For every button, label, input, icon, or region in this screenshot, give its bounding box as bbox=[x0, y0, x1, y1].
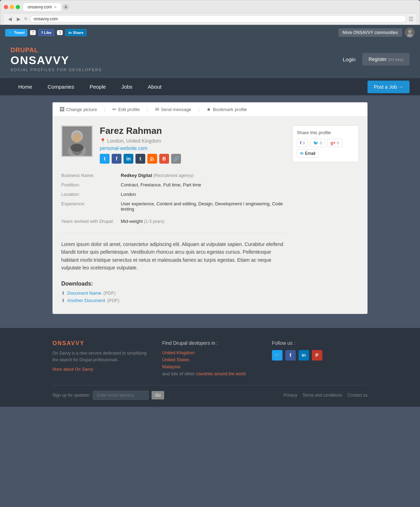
profile-actions: 🖼 Change picture | ✏ Edit profile | ✉ Se… bbox=[52, 102, 368, 117]
download-icon-2: ⬇ bbox=[61, 298, 65, 303]
nav-home[interactable]: Home bbox=[10, 78, 40, 95]
years-worked-value: Mid-weight (1-3 years) bbox=[121, 219, 164, 224]
footer-country-more-link[interactable]: countries around the world bbox=[196, 371, 245, 376]
new-tab-button[interactable]: + bbox=[63, 4, 69, 10]
login-button[interactable]: Login bbox=[338, 54, 360, 65]
back-button[interactable]: ◀ bbox=[7, 15, 13, 22]
follow-linkedin-icon[interactable]: in bbox=[299, 350, 309, 361]
nav-people[interactable]: People bbox=[82, 78, 114, 95]
share-gplus-button[interactable]: g+ 0 bbox=[327, 139, 342, 147]
close-dot[interactable] bbox=[4, 5, 8, 9]
business-name-text: Redkey Digital bbox=[121, 173, 152, 178]
years-worked-row: Years worked with Drupal: Mid-weight (1-… bbox=[61, 217, 285, 226]
profile-body: Farez Rahman 📍 London, United Kingdom pe… bbox=[52, 117, 368, 314]
browser-menu-button[interactable]: ☰ bbox=[408, 16, 413, 22]
linkedin-social-icon[interactable]: in bbox=[124, 154, 133, 164]
separator-3: | bbox=[198, 107, 200, 112]
tweet-icon: 🐦 bbox=[8, 30, 13, 35]
follow-facebook-icon[interactable]: f bbox=[285, 350, 296, 361]
footer-terms-link[interactable]: Terms and conditions bbox=[302, 393, 342, 398]
share-email-button[interactable]: ✉ Email bbox=[297, 149, 318, 158]
refresh-button[interactable]: ↻ bbox=[24, 16, 28, 21]
address-bar[interactable] bbox=[30, 15, 406, 23]
social-icons-row: t f in t B 🔗 bbox=[100, 154, 181, 164]
bookmark-profile-link[interactable]: ★ Bookmark profile bbox=[206, 107, 247, 112]
footer-link-my[interactable]: Malaysia bbox=[162, 364, 258, 369]
like-button[interactable]: f Like bbox=[38, 29, 54, 36]
profile-left: Farez Rahman 📍 London, United Kingdom pe… bbox=[61, 125, 285, 305]
nav-jobs[interactable]: Jobs bbox=[114, 78, 140, 95]
download-link-1[interactable]: Document Name bbox=[67, 290, 102, 296]
footer-links: Privacy Terms and conditions Contact us bbox=[284, 393, 368, 398]
profile-details: Business Name: Redkey Digital (Recruitme… bbox=[61, 171, 285, 214]
nav-about[interactable]: About bbox=[140, 78, 169, 95]
tab-close-icon[interactable]: ✕ bbox=[54, 5, 57, 9]
profile-card: 🖼 Change picture | ✏ Edit profile | ✉ Se… bbox=[52, 102, 368, 314]
facebook-social-icon[interactable]: f bbox=[112, 154, 121, 164]
download-link-2[interactable]: Another Document bbox=[67, 298, 105, 303]
share-button[interactable]: in Share bbox=[65, 29, 86, 36]
main-nav: Home Companies People Jobs About Post a … bbox=[0, 78, 420, 95]
linkedin-icon: in bbox=[68, 30, 72, 35]
profile-right: Share this profile f 0 🐦 0 g+ 0 bbox=[292, 125, 359, 305]
forward-button[interactable]: ▶ bbox=[15, 15, 22, 22]
download-ext-1: (PDF) bbox=[104, 290, 116, 296]
share-twitter-button[interactable]: 🐦 0 bbox=[310, 139, 325, 147]
fb-count: 0 bbox=[303, 141, 305, 145]
gplus-icon: g+ bbox=[330, 141, 335, 145]
tw-count: 0 bbox=[320, 141, 322, 145]
like-label: Like bbox=[44, 30, 51, 35]
change-picture-link[interactable]: 🖼 Change picture bbox=[59, 107, 97, 112]
footer-more-link[interactable]: More about On Savvy bbox=[52, 367, 93, 372]
minimize-dot[interactable] bbox=[10, 5, 14, 9]
experience-value: User experience, Content and editing, De… bbox=[121, 201, 285, 212]
rss-social-icon[interactable] bbox=[147, 154, 157, 164]
footer-desc: On Savvy is a new service dedicated to s… bbox=[52, 350, 148, 363]
like-icon: f bbox=[41, 30, 43, 35]
post-job-button[interactable]: Post a Job → bbox=[368, 81, 410, 93]
download-icon-1: ⬇ bbox=[61, 290, 65, 296]
more-communities-button[interactable]: More ONSAVVY communities bbox=[338, 28, 402, 37]
send-message-link[interactable]: ✉ Send message bbox=[155, 107, 191, 112]
tweet-button[interactable]: 🐦 Tweet bbox=[5, 29, 27, 36]
footer-signup: Sign up for updates: Go bbox=[52, 391, 164, 400]
footer-link-us[interactable]: United States bbox=[162, 357, 258, 362]
active-tab[interactable]: onsavvy.com ✕ bbox=[23, 3, 61, 11]
footer-contact-link[interactable]: Contact us bbox=[348, 393, 368, 398]
communities-area: More ONSAVVY communities bbox=[338, 28, 415, 37]
site-header: DRUPAL ONSAVVY SOCIAL PROFILES FOR DEVEL… bbox=[0, 40, 420, 78]
register-button[interactable]: Register (It's free) bbox=[362, 53, 410, 66]
svg-point-9 bbox=[150, 159, 152, 161]
change-picture-label: Change picture bbox=[66, 107, 97, 112]
edit-icon: ✏ bbox=[112, 107, 117, 112]
maximize-dot[interactable] bbox=[16, 5, 20, 9]
svg-point-2 bbox=[407, 34, 413, 37]
tweet-count: 7 bbox=[30, 30, 36, 35]
svg-point-7 bbox=[72, 133, 82, 143]
share-facebook-button[interactable]: f 0 bbox=[297, 139, 308, 147]
tumblr-social-icon[interactable]: t bbox=[135, 154, 145, 164]
footer-logo-savvy: SAVVY bbox=[62, 340, 84, 346]
footer-email-input[interactable] bbox=[93, 391, 149, 400]
edit-profile-link[interactable]: ✏ Edit profile bbox=[112, 107, 140, 112]
footer-find-title: Find Drupal devlopers in : bbox=[162, 340, 258, 346]
share-label: Share bbox=[73, 30, 84, 35]
business-type-text: (Recruitment agency) bbox=[153, 173, 194, 178]
footer-link-uk[interactable]: United Kingdom bbox=[162, 350, 258, 355]
location-text: London, United Kingdom bbox=[107, 138, 161, 144]
footer-privacy-link[interactable]: Privacy bbox=[284, 393, 297, 398]
follow-pinboard-icon[interactable]: P bbox=[312, 350, 322, 361]
location-detail-label: Location: bbox=[61, 192, 121, 197]
link-social-icon[interactable]: 🔗 bbox=[171, 154, 181, 164]
nav-companies[interactable]: Companies bbox=[40, 78, 82, 95]
twitter-social-icon[interactable]: t bbox=[100, 154, 110, 164]
footer-country-more: and lots of other countries around the w… bbox=[162, 371, 258, 376]
gplus-count: 0 bbox=[337, 141, 339, 145]
blogger-social-icon[interactable]: B bbox=[159, 154, 169, 164]
separator-2: | bbox=[147, 107, 148, 112]
profile-website-link[interactable]: personal-website.com bbox=[100, 145, 181, 151]
location-row: Location: London bbox=[61, 190, 285, 199]
follow-twitter-icon[interactable]: 🐦 bbox=[272, 350, 282, 361]
email-icon: ✉ bbox=[300, 151, 303, 156]
footer-go-button[interactable]: Go bbox=[152, 391, 164, 399]
